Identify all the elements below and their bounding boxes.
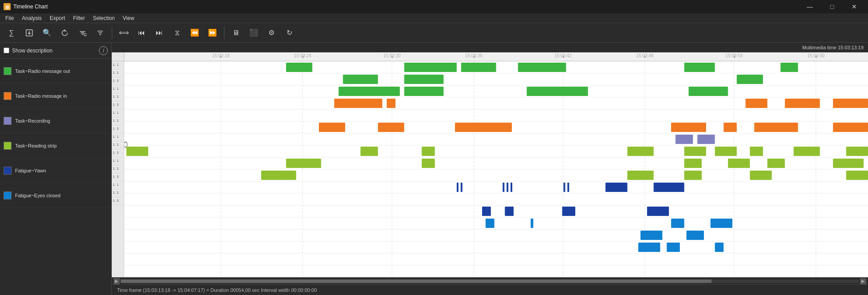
bar-eyes-1 <box>486 219 495 228</box>
bar-radio-in-r3-6 <box>754 123 798 132</box>
row-label-3: 1. 3 <box>112 77 124 85</box>
legend-label-task-recording: Task~Recording <box>15 118 50 124</box>
status-bar: Time frame (15:03:13:18 -> 15:04:07:17) … <box>112 284 868 295</box>
bar-yawn-r3-2 <box>505 207 514 216</box>
multimedia-time: Multimedia time 15:03:13:19 <box>802 45 864 50</box>
bar-yawn-6 <box>563 183 565 192</box>
svg-text:+: + <box>84 34 86 36</box>
prev-button[interactable]: ⏪ <box>187 25 203 40</box>
bar-radio-out-r3-1 <box>338 87 400 96</box>
bar-radio-out-r3-4 <box>689 87 728 96</box>
bar-radio-in-5 <box>833 99 868 108</box>
bar-eyes-3 <box>671 219 684 228</box>
legend-label-fatigue-eyes-closed: Fatigue~Eyes closed <box>15 193 60 198</box>
prev-start-button[interactable]: ⏮ <box>134 25 149 40</box>
tick-1503-48: 15:03:48 <box>636 52 653 58</box>
app-title: Timeline Chart <box>13 4 48 10</box>
row-label-4: 1. 1 <box>112 85 124 93</box>
bar-radio-in-4 <box>785 99 820 108</box>
menu-file[interactable]: File <box>2 14 17 22</box>
toolbar: ∑ 🔍 + ⟺ ⏮ ⏭ ⧖ ⏪ ⏩ 🖥 ⬛ ⚙ ↻ <box>0 23 868 43</box>
scroll-right-button[interactable]: ▶ <box>860 278 866 284</box>
export-button[interactable] <box>21 25 37 40</box>
bar-eyes-r2-1 <box>640 231 662 240</box>
bar-radio-out-5 <box>684 63 715 72</box>
bar-reading-r2-4 <box>728 159 750 168</box>
legend-color-task-recording <box>4 117 12 125</box>
filter-settings-button[interactable]: + <box>75 25 90 40</box>
next-button[interactable]: ⏩ <box>204 25 220 40</box>
show-description-checkbox[interactable] <box>4 48 9 53</box>
row-label-8: 1. 2 <box>112 117 124 125</box>
tick-1503-36: 15:03:36 <box>465 52 483 58</box>
bar-radio-out-r3-2 <box>404 87 444 96</box>
legend-label-fatigue-yawn: Fatigue~Yawn <box>15 168 46 173</box>
menu-view[interactable]: View <box>119 14 138 22</box>
row-label-9: 1. 3 <box>112 125 124 133</box>
bar-reading-3 <box>422 147 435 156</box>
status-text: Time frame (15:03:13:18 -> 15:04:07:17) … <box>117 287 317 293</box>
bar-yawn-2 <box>461 183 463 192</box>
sum-button[interactable]: ∑ <box>4 25 20 40</box>
bar-yawn-r3-1 <box>482 207 491 216</box>
scroll-left-button[interactable]: ▶ <box>114 278 120 284</box>
tick-1503-18: 15:03:18 <box>212 52 230 58</box>
bar-reading-r3-2 <box>627 171 653 180</box>
bar-yawn-5 <box>511 183 512 192</box>
stack-button[interactable]: ⬛ <box>246 25 262 40</box>
bar-yawn-9 <box>654 183 684 192</box>
bar-reading-2 <box>361 147 378 156</box>
legend-task-radio-in: Task~Radio message in <box>0 84 111 108</box>
minimize-button[interactable]: — <box>800 0 820 13</box>
bar-radio-in-r3-5 <box>723 123 737 132</box>
scrollbar-row: ▶ ▶ <box>112 277 868 284</box>
show-description-row: Show description i <box>0 43 111 59</box>
maximize-button[interactable]: □ <box>822 0 842 13</box>
info-icon[interactable]: i <box>99 46 108 55</box>
app-icon: ▦ <box>4 3 11 10</box>
zoom-button[interactable]: 🔍 <box>39 25 55 40</box>
tick-1503-24: 15:03:24 <box>294 52 311 58</box>
bar-radio-in-r3-3 <box>455 123 512 132</box>
menu-selection[interactable]: Selection <box>89 14 118 22</box>
settings-button[interactable]: ⚙ <box>263 25 279 40</box>
tick-1504-00: 15:04:00 <box>807 52 825 58</box>
monitor-button[interactable]: 🖥 <box>228 25 244 40</box>
main-area: Show description i Task~Radio message ou… <box>0 43 868 295</box>
bar-radio-out-r2-3 <box>737 75 763 84</box>
menubar: File Analysis Export Filter Selection Vi… <box>0 13 868 23</box>
legend-task-radio-out: Task~Radio message out <box>0 59 111 84</box>
scroll-track[interactable] <box>121 279 859 283</box>
row-label-14: 1. 2 <box>112 165 124 173</box>
bar-yawn-4 <box>507 183 508 192</box>
timeline-header: 15:03:18 15:03:24 15:03:30 15:03:36 15:0… <box>112 52 868 61</box>
bar-reading-r3-4 <box>750 171 772 180</box>
frame-button[interactable]: ⧖ <box>169 25 185 40</box>
chart-area: Multimedia time 15:03:13:19 15:03:18 15:… <box>112 43 868 295</box>
menu-export[interactable]: Export <box>46 14 69 22</box>
tick-1503-42: 15:03:42 <box>554 52 572 58</box>
filter-button[interactable] <box>92 25 108 40</box>
menu-analysis[interactable]: Analysis <box>18 14 45 22</box>
bar-radio-in-r3-2 <box>378 123 404 132</box>
legend-fatigue-eyes-closed: Fatigue~Eyes closed <box>0 183 111 208</box>
bar-reading-8 <box>793 147 820 156</box>
bar-reading-r2-1 <box>286 159 321 168</box>
legend-task-recording: Task~Recording <box>0 108 111 133</box>
show-description-label[interactable]: Show description <box>12 48 52 54</box>
next-start-button[interactable]: ⏭ <box>151 25 167 40</box>
history-button[interactable] <box>57 25 73 40</box>
bar-reading-1 <box>126 147 148 156</box>
menu-filter[interactable]: Filter <box>70 14 89 22</box>
legend-label-task-radio-in: Task~Radio message in <box>15 93 67 99</box>
ruler-button[interactable]: ⟺ <box>116 25 132 40</box>
scroll-thumb[interactable] <box>121 279 711 283</box>
legend-label-task-reading-strip: Task~Reading strip <box>15 143 57 148</box>
refresh-button[interactable]: ↻ <box>281 25 297 40</box>
bar-radio-out-4 <box>518 63 566 72</box>
bar-eyes-r3-3 <box>715 243 724 252</box>
bar-yawn-8 <box>605 183 627 192</box>
close-button[interactable]: ✕ <box>844 0 864 13</box>
sep2 <box>224 27 224 39</box>
legend-color-fatigue-yawn <box>4 167 12 175</box>
